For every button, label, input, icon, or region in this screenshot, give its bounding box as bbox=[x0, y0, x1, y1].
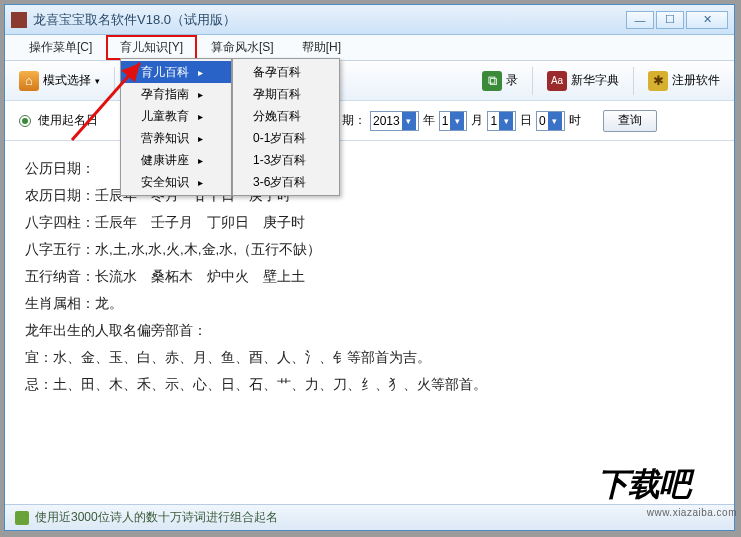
toolbar: ⌂ 模式选择 ▾ ⧉ 录 Aa 新华字典 ✱ 注册软件 bbox=[5, 61, 734, 101]
submenu2-item-age-0-1[interactable]: 0-1岁百科 bbox=[233, 127, 339, 149]
result-line-nayin: 五行纳音：长流水 桑柘木 炉中火 壁上土 bbox=[25, 263, 714, 290]
menu-help[interactable]: 帮助[H] bbox=[288, 35, 355, 60]
watermark: 下载吧 www.xiazaiba.com bbox=[597, 463, 737, 523]
menu-childcare[interactable]: 育儿知识[Y] bbox=[106, 35, 197, 60]
result-content: 公历日期： 农历日期：壬辰年 冬月 廿十日 庚子时 八字四柱：壬辰年 壬子月 丁… bbox=[5, 141, 734, 471]
close-button[interactable]: ✕ bbox=[686, 11, 728, 29]
month-unit: 月 bbox=[471, 112, 483, 129]
status-icon bbox=[15, 511, 29, 525]
result-line-zodiac: 生肖属相：龙。 bbox=[25, 290, 714, 317]
month-select[interactable]: 1▾ bbox=[439, 111, 468, 131]
register-button[interactable]: ✱ 注册软件 bbox=[644, 68, 724, 94]
day-select[interactable]: 1▾ bbox=[487, 111, 516, 131]
query-button[interactable]: 查询 bbox=[603, 110, 657, 132]
result-line-wuxing: 八字五行：水,土,水,水,火,木,金,水,（五行不缺） bbox=[25, 236, 714, 263]
query-form: 使用起名日 出生日期： 2013▾ 年 1▾ 月 1▾ 日 0▾ 时 查询 bbox=[5, 101, 734, 141]
separator bbox=[633, 67, 634, 95]
result-line-radicals-good: 宜：水、金、玉、白、赤、月、鱼、酉、人、氵、钅等部首为吉。 bbox=[25, 344, 714, 371]
register-label: 注册软件 bbox=[672, 72, 720, 89]
chevron-right-icon: ▸ bbox=[198, 67, 203, 78]
key-icon: ✱ bbox=[648, 71, 668, 91]
chevron-right-icon: ▸ bbox=[198, 89, 203, 100]
dictionary-icon: Aa bbox=[547, 71, 567, 91]
maximize-button[interactable]: ☐ bbox=[656, 11, 684, 29]
record-label: 录 bbox=[506, 72, 518, 89]
result-line-bazi: 八字四柱：壬辰年 壬子月 丁卯日 庚子时 bbox=[25, 209, 714, 236]
submenu-item-pregnancy-guide[interactable]: 孕育指南▸ bbox=[121, 83, 231, 105]
watermark-url: www.xiazaiba.com bbox=[597, 507, 737, 518]
submenu2-item-pregnancy[interactable]: 孕期百科 bbox=[233, 83, 339, 105]
submenu2-item-age-1-3[interactable]: 1-3岁百科 bbox=[233, 149, 339, 171]
submenu-item-child-education[interactable]: 儿童教育▸ bbox=[121, 105, 231, 127]
app-window: 龙喜宝宝取名软件V18.0（试用版） — ☐ ✕ 操作菜单[C] 育儿知识[Y]… bbox=[4, 4, 735, 531]
submenu-item-health-lecture[interactable]: 健康讲座▸ bbox=[121, 149, 231, 171]
submenu-item-encyclopedia[interactable]: 育儿百科▸ bbox=[121, 61, 231, 83]
minimize-button[interactable]: — bbox=[626, 11, 654, 29]
separator bbox=[532, 67, 533, 95]
use-name-date-radio[interactable] bbox=[19, 115, 31, 127]
chevron-right-icon: ▸ bbox=[198, 111, 203, 122]
hour-select[interactable]: 0▾ bbox=[536, 111, 565, 131]
result-line-radicals-title: 龙年出生的人取名偏旁部首： bbox=[25, 317, 714, 344]
submenu2-item-childbirth[interactable]: 分娩百科 bbox=[233, 105, 339, 127]
chevron-down-icon: ▾ bbox=[402, 112, 416, 130]
watermark-text: 下载吧 bbox=[597, 463, 737, 507]
home-icon: ⌂ bbox=[19, 71, 39, 91]
menubar: 操作菜单[C] 育儿知识[Y] 算命风水[S] 帮助[H] bbox=[5, 35, 734, 61]
hour-unit: 时 bbox=[569, 112, 581, 129]
submenu2-item-preconception[interactable]: 备孕百科 bbox=[233, 61, 339, 83]
radio-label: 使用起名日 bbox=[38, 112, 98, 129]
chevron-down-icon: ▾ bbox=[95, 76, 100, 86]
submenu-item-safety[interactable]: 安全知识▸ bbox=[121, 171, 231, 193]
submenu2-item-age-3-6[interactable]: 3-6岁百科 bbox=[233, 171, 339, 193]
childcare-submenu: 育儿百科▸ 孕育指南▸ 儿童教育▸ 营养知识▸ 健康讲座▸ 安全知识▸ bbox=[120, 58, 232, 196]
chevron-right-icon: ▸ bbox=[198, 177, 203, 188]
mode-select-label: 模式选择 bbox=[43, 72, 91, 89]
chevron-right-icon: ▸ bbox=[198, 155, 203, 166]
chevron-down-icon: ▾ bbox=[548, 112, 562, 130]
separator bbox=[114, 67, 115, 95]
menu-operations[interactable]: 操作菜单[C] bbox=[15, 35, 106, 60]
result-line-radicals-bad: 忌：土、田、木、禾、示、心、日、石、艹、力、刀、纟、犭、火等部首。 bbox=[25, 371, 714, 398]
app-icon bbox=[11, 12, 27, 28]
menu-fortune[interactable]: 算命风水[S] bbox=[197, 35, 288, 60]
window-title: 龙喜宝宝取名软件V18.0（试用版） bbox=[33, 11, 624, 29]
record-icon: ⧉ bbox=[482, 71, 502, 91]
chevron-down-icon: ▾ bbox=[450, 112, 464, 130]
dictionary-label: 新华字典 bbox=[571, 72, 619, 89]
day-unit: 日 bbox=[520, 112, 532, 129]
dictionary-button[interactable]: Aa 新华字典 bbox=[543, 68, 623, 94]
chevron-down-icon: ▾ bbox=[499, 112, 513, 130]
submenu-item-nutrition[interactable]: 营养知识▸ bbox=[121, 127, 231, 149]
year-unit: 年 bbox=[423, 112, 435, 129]
titlebar: 龙喜宝宝取名软件V18.0（试用版） — ☐ ✕ bbox=[5, 5, 734, 35]
year-select[interactable]: 2013▾ bbox=[370, 111, 419, 131]
mode-select-button[interactable]: ⌂ 模式选择 ▾ bbox=[15, 68, 104, 94]
status-text: 使用近3000位诗人的数十万诗词进行组合起名 bbox=[35, 509, 278, 526]
chevron-right-icon: ▸ bbox=[198, 133, 203, 144]
encyclopedia-submenu: 备孕百科 孕期百科 分娩百科 0-1岁百科 1-3岁百科 3-6岁百科 bbox=[232, 58, 340, 196]
record-button[interactable]: ⧉ 录 bbox=[478, 68, 522, 94]
